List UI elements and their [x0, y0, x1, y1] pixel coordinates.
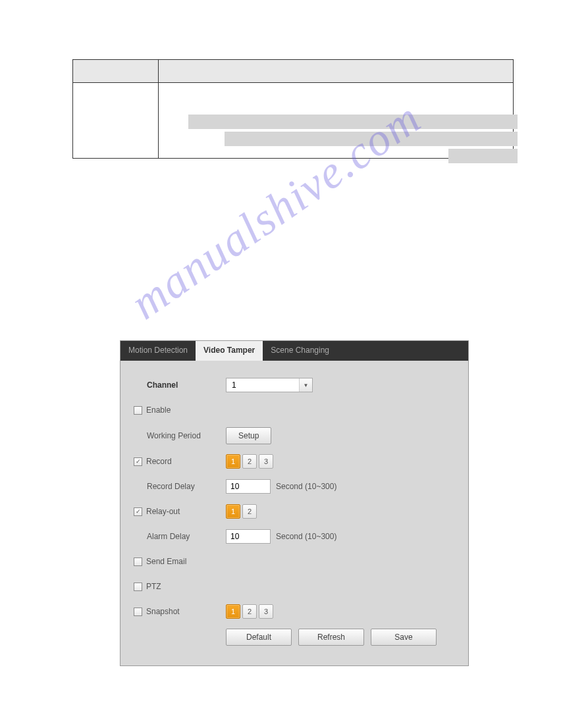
send-email-label: Send Email	[146, 557, 186, 566]
redacted-bar	[188, 115, 518, 129]
record-label: Record	[146, 457, 172, 466]
setup-button[interactable]: Setup	[226, 427, 271, 444]
default-button[interactable]: Default	[226, 629, 292, 646]
snapshot-channel-3[interactable]: 3	[259, 604, 273, 619]
table-cell-label	[73, 83, 159, 159]
panel-body: Channel ▼ Enable Working Period Setup	[120, 361, 468, 665]
snapshot-channel-1[interactable]: 1	[226, 604, 240, 619]
refresh-button[interactable]: Refresh	[298, 629, 364, 646]
ptz-checkbox[interactable]	[134, 583, 142, 591]
record-checkbox[interactable]: ✓	[134, 457, 142, 466]
document-table	[72, 59, 514, 159]
record-channel-2[interactable]: 2	[242, 454, 257, 469]
send-email-checkbox[interactable]	[134, 558, 142, 566]
relay-out-label: Relay-out	[146, 507, 180, 516]
enable-checkbox[interactable]	[134, 406, 142, 415]
channel-label: Channel	[147, 380, 178, 390]
alarm-delay-input[interactable]	[226, 529, 271, 544]
record-channel-1[interactable]: 1	[226, 454, 240, 469]
channel-input[interactable]	[227, 378, 299, 392]
alarm-delay-label: Alarm Delay	[147, 532, 190, 541]
ptz-label: PTZ	[146, 582, 161, 591]
relay-channel-1[interactable]: 1	[226, 504, 240, 519]
snapshot-checkbox[interactable]	[134, 608, 142, 616]
record-channel-3[interactable]: 3	[259, 454, 273, 469]
tab-motion-detection[interactable]: Motion Detection	[120, 341, 196, 361]
save-button[interactable]: Save	[371, 629, 437, 646]
channel-dropdown[interactable]: ▼	[226, 378, 313, 392]
tab-scene-changing[interactable]: Scene Changing	[263, 341, 337, 361]
record-delay-input[interactable]	[226, 479, 271, 494]
alarm-delay-hint: Second (10~300)	[276, 532, 336, 541]
table-cell-content	[159, 83, 514, 159]
record-delay-hint: Second (10~300)	[276, 482, 336, 491]
redacted-bar	[225, 132, 518, 146]
video-settings-panel: Motion Detection Video Tamper Scene Chan…	[120, 340, 469, 666]
table-header-2	[159, 60, 514, 83]
relay-channel-2[interactable]: 2	[242, 504, 257, 519]
tab-bar: Motion Detection Video Tamper Scene Chan…	[120, 341, 468, 361]
record-delay-label: Record Delay	[147, 482, 195, 491]
snapshot-label: Snapshot	[146, 607, 180, 616]
table-header-1	[73, 60, 159, 83]
relay-out-checkbox[interactable]: ✓	[134, 507, 142, 516]
working-period-label: Working Period	[147, 431, 201, 440]
redacted-bar	[448, 149, 518, 163]
tab-video-tamper[interactable]: Video Tamper	[196, 341, 263, 361]
chevron-down-icon[interactable]: ▼	[299, 378, 312, 392]
snapshot-channel-2[interactable]: 2	[242, 604, 257, 619]
enable-label: Enable	[146, 405, 171, 415]
